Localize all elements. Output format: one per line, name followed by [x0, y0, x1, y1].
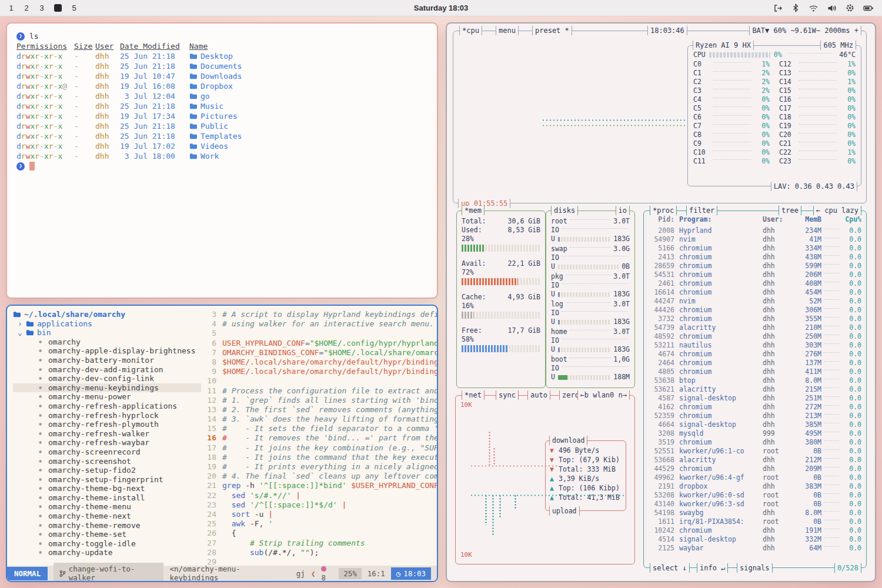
tree-file[interactable]: ✱ omarchy-dev-add-migration: [13, 365, 201, 375]
process-row[interactable]: 2125 waybar dhh 64M 0.0: [649, 544, 861, 553]
code-line[interactable]: 27 # Strip trailing comments: [201, 539, 437, 548]
code-line[interactable]: 7 OMARCHY_BINDINGS_CONF="$HOME/.local/sh…: [201, 348, 437, 358]
tree-file[interactable]: ✱ omarchy-menu-power: [13, 392, 201, 402]
tree-file[interactable]: ✱ omarchy-toggle-idle: [13, 539, 201, 549]
battery-icon[interactable]: [863, 4, 874, 12]
preset-button[interactable]: preset *: [532, 26, 572, 35]
code-line[interactable]: 13 # 2. The first `sed` removes comments…: [201, 405, 437, 415]
code-line[interactable]: 23 sed '/^[[:space:]]*$/d' |: [201, 500, 437, 510]
code-line[interactable]: 3 # A script to display Hyprland keybind…: [201, 310, 437, 319]
menu-button[interactable]: menu: [496, 26, 519, 35]
tree-file[interactable]: ✱ omarchy-refresh-walker: [13, 429, 201, 439]
process-row[interactable]: 28659 chromium dhh 599M 0.0: [649, 262, 861, 270]
tree-file[interactable]: ✱ omarchy-theme-next: [13, 512, 201, 521]
process-row[interactable]: 54531 chromium dhh 206M 0.0: [649, 270, 861, 279]
process-row[interactable]: 2461 chromium dhh 408M 0.0: [649, 279, 861, 288]
process-row[interactable]: 44247 nvim dhh 52M 0.0: [649, 297, 861, 306]
code-line[interactable]: 11 # Process the configuration file to e…: [201, 386, 437, 396]
code-line[interactable]: 12 # 1. `grep` finds all lines starting …: [201, 396, 437, 405]
tree-file[interactable]: ✱ omarchy-theme-set: [13, 530, 201, 539]
process-row[interactable]: 54739 alacritty dhh 210M 0.0: [649, 323, 861, 332]
process-row[interactable]: 53638 btop dhh 8.0M 0.0: [649, 376, 861, 385]
process-row[interactable]: 5166 chromium dhh 334M 0.0: [649, 244, 861, 253]
tree-file[interactable]: ✱ omarchy-theme-remove: [13, 521, 201, 530]
process-row[interactable]: 2413 chromium dhh 438M 0.0: [649, 253, 861, 262]
process-row[interactable]: 10242 chromium dhh 191M 0.0: [649, 526, 861, 535]
workspace-button[interactable]: 5: [71, 4, 77, 12]
code-line[interactable]: 10: [201, 376, 437, 386]
info-action[interactable]: info ↵: [697, 563, 728, 573]
process-row[interactable]: 4514 signal-desktop dhh 332M 0.0: [649, 535, 861, 544]
tree-file[interactable]: ✱ omarchy-setup-fido2: [13, 466, 201, 475]
code-line[interactable]: 19 # - It prints everything in a nicely …: [201, 462, 437, 472]
code-line[interactable]: 4 # using walker for an interactive sear…: [201, 319, 437, 329]
net-auto-toggle[interactable]: auto: [527, 390, 550, 400]
tree-file[interactable]: ✱ omarchy-battery-monitor: [13, 356, 201, 365]
code-line[interactable]: 26 {: [201, 529, 437, 538]
process-row[interactable]: 2008 Hyprland dhh 234M 0.0: [649, 226, 861, 235]
wifi-icon[interactable]: [808, 4, 818, 12]
process-row[interactable]: 3519 chromium dhh 380M 0.0: [649, 438, 861, 447]
process-row[interactable]: 3208 mysqld 999 495M 0.0: [649, 429, 861, 438]
process-row[interactable]: 53668 alacritty dhh 212M 0.0: [649, 456, 861, 465]
process-row[interactable]: 49962 kworker/u96:4-gf root 0B 0.0: [649, 473, 861, 482]
process-row[interactable]: 52359 chromium dhh 213M 0.0: [649, 412, 861, 420]
battery-status[interactable]: BAT▼ 60% ~9.61W~ 2000ms +: [749, 26, 861, 35]
process-row[interactable]: 3732 chromium dhh 355M 0.0: [649, 315, 861, 323]
io-toggle[interactable]: io: [616, 206, 630, 215]
code-line[interactable]: 17 # - It joins the key combination (e.g…: [201, 443, 437, 453]
process-row[interactable]: 52551 kworker/u96:1-co root 0B 0.0: [649, 447, 861, 456]
tree-file[interactable]: ✱ omarchy-theme-menu: [13, 502, 201, 512]
code-line[interactable]: 16 # - It removes the 'bind... =' part f…: [201, 433, 437, 443]
process-row[interactable]: 53211 nautilus dhh 303M 0.0: [649, 341, 861, 350]
workspace-button[interactable]: 1: [8, 4, 14, 12]
settings-gear-icon[interactable]: [846, 4, 854, 12]
tree-file[interactable]: ✱ omarchy-theme-bg-next: [13, 484, 201, 493]
tree-file[interactable]: ✱ omarchy-refresh-waybar: [13, 438, 201, 447]
process-row[interactable]: 4664 signal-desktop dhh 385M 0.0: [649, 420, 861, 429]
tree-file[interactable]: ✱ omarchy-refresh-hyprlock: [13, 411, 201, 420]
code-line[interactable]: 14 # 3. `awk` does the heavy lifting of …: [201, 415, 437, 424]
process-row[interactable]: 53621 alacritty dhh 215M 0.0: [649, 385, 861, 394]
terminal-cursor-line[interactable]: ❯: [16, 161, 427, 171]
process-row[interactable]: 4805 chromium dhh 411M 0.0: [649, 368, 861, 376]
tree-folder-bin[interactable]: ⌄ bin: [13, 328, 201, 338]
process-row[interactable]: 44529 chromium dhh 209M 0.0: [649, 465, 861, 473]
code-line[interactable]: 28 sub(/#.*/, "");: [201, 548, 437, 557]
process-row[interactable]: 44426 chromium dhh 306M 0.0: [649, 306, 861, 315]
volume-icon[interactable]: [827, 4, 837, 12]
code-line[interactable]: 22 sed 's/#.*//' |: [201, 491, 437, 500]
cpu-box-title[interactable]: *cpu: [459, 26, 482, 35]
tree-file[interactable]: ✱ omarchy-theme-install: [13, 493, 201, 503]
process-row[interactable]: 4162 chromium dhh 272M 0.0: [649, 403, 861, 412]
code-line[interactable]: 5: [201, 329, 437, 338]
tree-file[interactable]: ✱ omarchy-screenrecord: [13, 447, 201, 457]
code-line[interactable]: 15 # - It sets the field separator to a …: [201, 424, 437, 433]
process-row[interactable]: 16614 chromium dhh 454M 0.0: [649, 288, 861, 297]
workspace-button[interactable]: 3: [39, 4, 45, 12]
filter-button[interactable]: filter: [686, 206, 717, 215]
tree-file[interactable]: ✱ omarchy-setup-fingerprint: [13, 475, 201, 485]
process-row[interactable]: 48592 chromium dhh 250M 0.0: [649, 332, 861, 341]
code-line[interactable]: 6 USER_HYPRLAND_CONF="$HOME/.config/hypr…: [201, 339, 437, 348]
logout-icon[interactable]: [773, 4, 783, 13]
tree-file[interactable]: ✱ omarchy-menu-keybindings: [13, 383, 201, 393]
tree-root[interactable]: ~/.local/share/omarchy: [13, 310, 201, 319]
tree-file[interactable]: ✱ omarchy-refresh-plymouth: [13, 420, 201, 429]
process-row[interactable]: 54907 nvim dhh 41M 0.0: [649, 235, 861, 244]
signals-action[interactable]: signals: [737, 563, 773, 573]
bluetooth-icon[interactable]: [791, 4, 800, 12]
code-line[interactable]: 9 $HOME/.local/share/omarchy/default/hyp…: [201, 367, 437, 376]
code-line[interactable]: 25 awk -F, ': [201, 519, 437, 529]
workspace-button[interactable]: 2: [24, 4, 29, 12]
code-line[interactable]: 20 # 4. The final `sed` cleans up any le…: [201, 472, 437, 481]
process-row[interactable]: 53208 kworker/u96:0-sd root 0B 0.0: [649, 491, 861, 500]
disks-box-title[interactable]: disks: [551, 206, 578, 215]
tree-file[interactable]: ✱ omarchy-refresh-applications: [13, 402, 201, 411]
process-row[interactable]: 4587 signal-desktop dhh 251M 0.0: [649, 394, 861, 403]
process-row[interactable]: 4674 chromium dhh 276M 0.0: [649, 350, 861, 359]
tree-file[interactable]: ✱ omarchy-screenshot: [13, 457, 201, 466]
process-row[interactable]: 43140 kworker/u96:3-sd root 0B 0.0: [649, 500, 861, 509]
tree-file[interactable]: ✱ omarchy-dev-config-link: [13, 374, 201, 383]
code-line[interactable]: 21 grep -h '^[[:space:]]*bind' $USER_HYP…: [201, 481, 437, 490]
